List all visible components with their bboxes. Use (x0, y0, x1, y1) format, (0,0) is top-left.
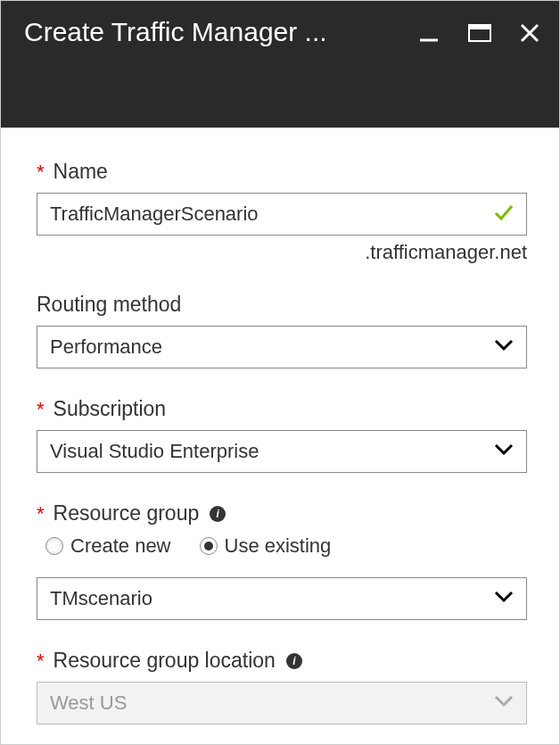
label-text: Name (54, 160, 108, 184)
create-new-radio[interactable]: Create new (45, 534, 171, 558)
dns-suffix: .trafficmanager.net (37, 241, 527, 264)
select-value: Performance (50, 335, 494, 359)
label-text: Resource group (54, 501, 200, 526)
radio-label: Create new (70, 534, 171, 558)
name-field: * Name .trafficmanager.net (37, 160, 527, 264)
label-text: Routing method (37, 293, 181, 317)
maximize-icon[interactable] (468, 24, 491, 46)
chevron-down-icon (494, 695, 514, 711)
radio-icon (200, 537, 218, 555)
name-input-wrap[interactable] (37, 193, 527, 236)
window-controls (418, 17, 539, 47)
radio-icon (45, 537, 63, 555)
routing-method-field: Routing method Performance (37, 293, 527, 368)
subscription-label: * Subscription (37, 397, 527, 421)
location-label: * Resource group location i (37, 649, 527, 673)
location-field: * Resource group location i West US (37, 649, 527, 724)
minimize-icon[interactable] (418, 22, 440, 47)
resource-group-mode: Create new Use existing (45, 534, 527, 558)
required-asterisk: * (37, 650, 45, 673)
routing-method-select[interactable]: Performance (37, 326, 527, 368)
chevron-down-icon (494, 339, 514, 355)
label-text: Resource group location (54, 649, 276, 673)
blade-title: Create Traffic Manager ... (24, 17, 418, 47)
resource-group-select[interactable]: TMscenario (37, 577, 527, 620)
required-asterisk: * (37, 161, 45, 184)
name-label: * Name (37, 160, 527, 184)
info-icon[interactable]: i (210, 506, 226, 522)
name-input[interactable] (50, 203, 514, 226)
label-text: Subscription (54, 397, 167, 421)
use-existing-radio[interactable]: Use existing (200, 534, 332, 558)
location-select: West US (37, 682, 527, 724)
select-value: West US (50, 691, 494, 715)
info-icon[interactable]: i (286, 653, 302, 669)
select-value: TMscenario (50, 587, 494, 610)
resource-group-field: * Resource group i Create new Use existi… (37, 501, 527, 620)
required-asterisk: * (37, 502, 45, 526)
select-value: Visual Studio Enterprise (50, 440, 494, 463)
subscription-field: * Subscription Visual Studio Enterprise (37, 397, 527, 473)
blade-header: Create Traffic Manager ... (1, 1, 559, 128)
chevron-down-icon (494, 443, 514, 459)
resource-group-label: * Resource group i (37, 501, 527, 526)
subscription-select[interactable]: Visual Studio Enterprise (37, 430, 527, 473)
routing-method-label: Routing method (37, 293, 527, 317)
close-icon[interactable] (520, 23, 539, 46)
chevron-down-icon (494, 591, 514, 607)
form-content: * Name .trafficmanager.net Routing metho… (1, 128, 559, 724)
radio-label: Use existing (225, 534, 332, 558)
required-asterisk: * (37, 398, 45, 421)
validation-check-icon (492, 201, 515, 228)
